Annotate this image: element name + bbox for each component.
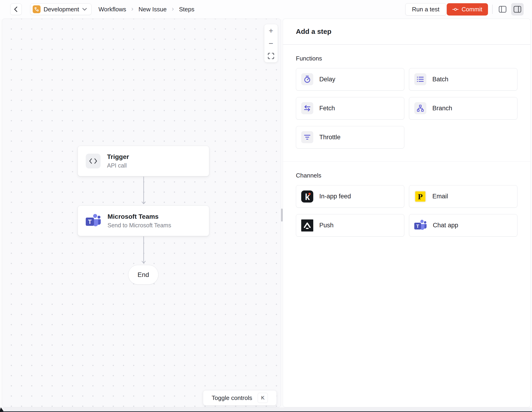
functions-grid: Delay Batch <box>296 68 517 149</box>
chevron-left-icon <box>13 6 19 12</box>
trigger-step-node[interactable]: Trigger API call <box>78 146 209 176</box>
funnel-icon <box>301 131 313 143</box>
branch-step-card[interactable]: Branch <box>409 97 517 120</box>
panel-body: Functions Delay <box>283 55 530 237</box>
email-channel-card[interactable]: P Email <box>409 185 517 208</box>
microsoft-teams-icon: T <box>86 214 101 228</box>
end-node[interactable]: End <box>128 265 159 285</box>
node-title: Trigger <box>107 153 129 161</box>
breadcrumb-item-workflow-name[interactable]: New Issue <box>139 6 167 13</box>
svg-text:T: T <box>88 219 92 225</box>
panel-header: Add a step <box>283 19 530 44</box>
toggle-left-panel-button[interactable] <box>496 3 509 16</box>
environment-label: Development <box>44 6 79 13</box>
throttle-step-card[interactable]: Throttle <box>296 126 404 149</box>
node-subtitle: API call <box>107 162 129 169</box>
card-label: Delay <box>319 76 335 83</box>
postmark-icon: P <box>414 191 426 202</box>
stopwatch-icon <box>301 73 313 85</box>
breadcrumb-item-workflows[interactable]: Workflows <box>98 6 126 13</box>
breadcrumb: Workflows › New Issue › Steps <box>98 0 194 19</box>
topbar-divider <box>492 5 493 14</box>
breadcrumb-item-steps[interactable]: Steps <box>179 6 194 13</box>
panel-right-icon <box>513 6 521 13</box>
fit-view-icon <box>268 53 274 59</box>
hierarchy-icon <box>414 102 426 114</box>
node-text: Trigger API call <box>107 153 129 169</box>
card-label: Email <box>432 193 448 200</box>
panel-title: Add a step <box>296 28 331 36</box>
breadcrumb-separator: › <box>172 5 174 13</box>
card-label: Push <box>319 222 334 229</box>
svg-text:P: P <box>418 192 423 201</box>
chevron-down-icon <box>82 8 87 11</box>
fetch-step-card[interactable]: Fetch <box>296 97 404 120</box>
commit-label: Commit <box>462 6 482 13</box>
environment-selector[interactable]: Development <box>30 3 92 15</box>
card-label: In-app feed <box>319 193 351 200</box>
zoom-controls: + − <box>264 24 278 62</box>
list-icon <box>414 73 426 85</box>
microsoft-teams-icon: T <box>414 220 427 231</box>
chat-app-channel-card[interactable]: T Chat app <box>409 214 517 237</box>
code-icon <box>86 154 101 168</box>
commit-button[interactable]: Commit <box>447 3 488 16</box>
node-subtitle: Send to Microsoft Teams <box>107 222 171 229</box>
batch-step-card[interactable]: Batch <box>409 68 517 91</box>
add-step-panel: Add a step Functions Delay <box>283 19 531 407</box>
expo-icon <box>301 220 313 231</box>
fit-view-button[interactable] <box>264 50 278 62</box>
delay-step-card[interactable]: Delay <box>296 68 404 91</box>
toggle-controls-label: Toggle controls <box>212 394 252 402</box>
git-commit-icon <box>452 6 458 12</box>
divider <box>283 44 530 45</box>
breadcrumb-separator: › <box>131 5 133 13</box>
microsoft-teams-step-node[interactable]: T Microsoft Teams Send to Microsoft Team… <box>78 206 209 236</box>
swap-arrows-icon <box>301 102 313 114</box>
card-label: Batch <box>432 76 448 83</box>
knock-icon: k <box>301 191 313 202</box>
panel-resize-handle[interactable] <box>281 209 283 221</box>
panel-left-icon <box>499 6 506 13</box>
workflow-canvas[interactable]: + − Trigger API call <box>2 19 281 407</box>
node-text: Microsoft Teams Send to Microsoft Teams <box>107 213 171 229</box>
card-label: Throttle <box>319 134 341 141</box>
connector-arrow <box>141 236 147 265</box>
push-channel-card[interactable]: Push <box>296 214 404 237</box>
functions-section-label: Functions <box>296 55 517 62</box>
zoom-out-button[interactable]: − <box>264 37 278 50</box>
card-label: Chat app <box>433 222 458 229</box>
channels-section-label: Channels <box>296 172 517 179</box>
topbar: Development Workflows › New Issue › Step… <box>0 0 532 19</box>
card-label: Fetch <box>319 105 335 112</box>
keyboard-shortcut-badge: K <box>258 393 268 403</box>
connector-arrow <box>141 177 147 206</box>
back-button[interactable] <box>10 3 22 15</box>
channels-grid: k In-app feed P Email <box>296 185 517 237</box>
run-a-test-button[interactable]: Run a test <box>405 3 446 16</box>
toggle-controls-button[interactable]: Toggle controls K <box>203 390 277 405</box>
toggle-right-panel-button[interactable] <box>511 3 524 16</box>
card-label: Branch <box>432 105 452 112</box>
divider <box>283 162 530 162</box>
in-app-feed-channel-card[interactable]: k In-app feed <box>296 185 404 208</box>
node-title: Microsoft Teams <box>107 213 171 220</box>
svg-text:T: T <box>416 223 419 229</box>
zoom-in-button[interactable]: + <box>264 24 278 37</box>
workflow-branch-icon <box>33 5 40 13</box>
